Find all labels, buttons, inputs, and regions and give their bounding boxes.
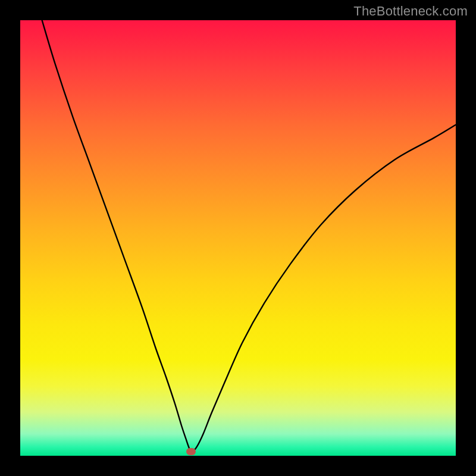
chart-frame: TheBottleneck.com xyxy=(0,0,476,476)
optimal-marker xyxy=(186,448,196,455)
watermark-text: TheBottleneck.com xyxy=(353,4,468,19)
chart-plot-area xyxy=(20,20,456,456)
bottleneck-curve xyxy=(20,20,456,456)
